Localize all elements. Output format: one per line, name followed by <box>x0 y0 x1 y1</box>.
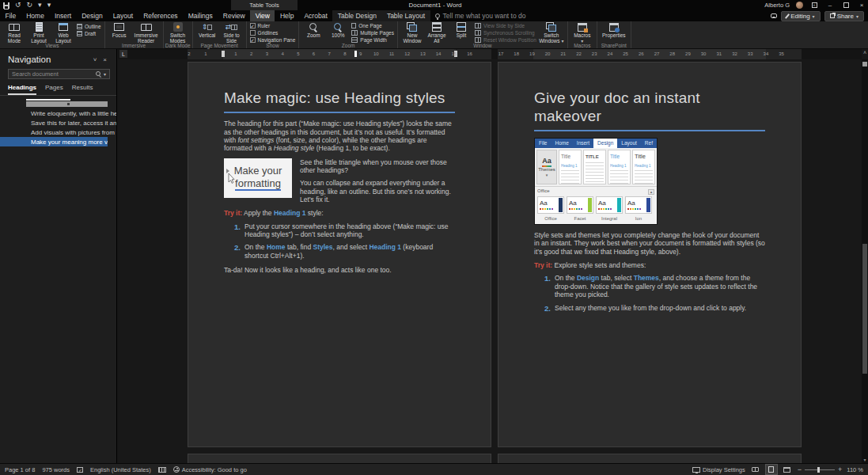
print-layout-view-button[interactable] <box>766 465 777 474</box>
split-button[interactable]: Split <box>450 22 472 38</box>
comments-icon[interactable] <box>771 13 777 18</box>
immersive-reader-button[interactable]: Immersive Reader <box>133 22 160 44</box>
outline-button[interactable]: Outline <box>77 24 101 29</box>
tab-references[interactable]: References <box>138 10 183 21</box>
heading-item[interactable]: Write eloquently, with a little help <box>0 108 116 118</box>
horizontal-ruler[interactable]: L 2112345678910111213141516 171819202122… <box>118 49 862 59</box>
page-width-button[interactable]: Page Width <box>351 37 394 43</box>
zoom-slider-thumb[interactable] <box>817 467 820 473</box>
tab-home[interactable]: Home <box>21 10 50 21</box>
maximize-icon[interactable] <box>841 1 851 10</box>
search-input[interactable] <box>12 70 93 78</box>
language-indicator[interactable]: English (United States) <box>90 466 151 473</box>
web-layout-view-button[interactable] <box>782 465 793 474</box>
side-to-side-button[interactable]: ⇄ Side to Side <box>221 22 243 44</box>
zoom-out-icon[interactable]: − <box>798 466 802 473</box>
document-page-2[interactable]: Give your doc an instant makeover File H… <box>498 62 802 447</box>
print-layout-view-icon <box>768 466 774 473</box>
properties-button[interactable]: Properties <box>601 22 627 38</box>
tab-file[interactable]: File <box>0 10 21 21</box>
tab-acrobat[interactable]: Acrobat <box>299 10 332 21</box>
gridlines-checkbox[interactable]: Gridlines <box>250 30 296 36</box>
navigation-pane-options-icon[interactable]: ˅ <box>90 56 100 63</box>
synchronous-scrolling-button[interactable]: Synchronous Scrolling <box>475 30 536 36</box>
save-icon[interactable] <box>3 2 9 9</box>
tab-insert[interactable]: Insert <box>49 10 76 21</box>
tab-mailings[interactable]: Mailings <box>183 10 218 21</box>
document-page-4[interactable] <box>498 454 802 463</box>
tab-help[interactable]: Help <box>275 10 298 21</box>
zoom-in-icon[interactable]: + <box>838 466 842 473</box>
vertical-scrollbar[interactable]: ▾ <box>862 59 868 463</box>
tell-me-box[interactable]: Tell me what you want to do <box>435 10 526 21</box>
macros-button[interactable]: Macros▾ <box>571 22 593 44</box>
heading-item[interactable]: Save this for later, access it anywhere <box>0 118 116 127</box>
touch-mode-icon[interactable]: ▾ <box>38 2 42 9</box>
draft-button[interactable]: Draft <box>77 31 101 36</box>
display-settings-button[interactable]: Display Settings <box>692 466 745 473</box>
tab-stop-selector[interactable]: L <box>119 50 127 58</box>
zoom-100-button[interactable]: 100% <box>327 22 349 38</box>
zoom-button[interactable]: Zoom <box>302 22 324 38</box>
ribbon-display-options-icon[interactable]: ˄ <box>809 1 819 10</box>
customize-qat-icon[interactable]: ▾ <box>47 2 51 9</box>
search-document-box[interactable]: ▾ <box>8 69 110 79</box>
navigation-pane-close-icon[interactable]: × <box>100 56 110 63</box>
print-layout-button[interactable]: Print Layout <box>28 22 50 44</box>
heading-item-collapsed[interactable] <box>26 101 108 107</box>
user-name[interactable]: Alberto G <box>764 2 790 9</box>
search-icon[interactable] <box>96 71 101 77</box>
arrange-all-button[interactable]: Arrange All <box>426 22 448 44</box>
accessibility-status[interactable]: Accessibility: Good to go <box>173 466 247 473</box>
minimize-icon[interactable]: – <box>825 1 835 10</box>
nav-tab-pages[interactable]: Pages <box>45 84 63 95</box>
tab-design[interactable]: Design <box>77 10 108 21</box>
undo-icon[interactable]: ↺ <box>15 2 21 9</box>
page-indicator[interactable]: Page 1 of 8 <box>5 466 35 473</box>
multiple-pages-button[interactable]: Multiple Pages <box>351 30 394 36</box>
switch-windows-button[interactable]: Switch Windows ▾ <box>539 22 564 44</box>
search-dropdown-icon[interactable]: ▾ <box>104 71 106 77</box>
keyboard-language-icon[interactable] <box>158 467 166 473</box>
ruler-checkbox[interactable]: ✓Ruler <box>250 23 296 28</box>
redo-icon[interactable]: ↻ <box>27 2 33 9</box>
read-mode-button[interactable]: Read Mode <box>3 22 25 44</box>
view-side-by-side-button[interactable]: View Side by Side <box>475 23 536 28</box>
focus-button[interactable]: Focus <box>108 22 131 38</box>
nav-tab-headings[interactable]: Headings <box>8 84 36 95</box>
avatar[interactable] <box>796 2 803 9</box>
zoom-slider[interactable] <box>805 469 835 470</box>
nav-tab-results[interactable]: Results <box>72 84 93 95</box>
outline-icon <box>77 24 82 29</box>
word-count[interactable]: 975 words <box>42 466 70 473</box>
web-layout-button[interactable]: Web Layout <box>52 22 74 44</box>
zoom-percentage[interactable]: 110 % <box>847 466 863 473</box>
reset-window-position-button[interactable]: Reset Window Position <box>475 37 536 43</box>
heading-item[interactable]: Add visuals with pictures from the web <box>0 127 116 137</box>
vertical-button[interactable]: ⇕ Vertical <box>196 22 218 38</box>
editing-mode-button[interactable]: Editing ▾ <box>781 11 820 21</box>
proofing-status-icon[interactable] <box>77 467 83 473</box>
tab-table-design[interactable]: Table Design <box>332 10 381 21</box>
document-page-1[interactable]: Make magic: use Heading styles The headi… <box>188 62 491 447</box>
tab-table-layout[interactable]: Table Layout <box>381 10 430 21</box>
tab-layout[interactable]: Layout <box>108 10 138 21</box>
collapse-ribbon-icon[interactable]: ˄ <box>863 50 866 55</box>
one-page-button[interactable]: One Page <box>351 23 394 28</box>
scroll-up-icon[interactable] <box>862 62 867 66</box>
read-mode-view-button[interactable] <box>750 465 761 474</box>
share-button[interactable]: Share ▾ <box>824 11 864 21</box>
scroll-down-icon[interactable]: ▾ <box>862 457 868 462</box>
left-indent-marker[interactable] <box>222 51 225 57</box>
scrollbar-thumb[interactable] <box>862 244 867 374</box>
switch-modes-button[interactable]: Switch Modes <box>167 22 189 44</box>
document-page-3[interactable] <box>188 454 491 463</box>
tab-review[interactable]: Review <box>218 10 250 21</box>
accessibility-icon <box>173 466 180 473</box>
heading-item-selected[interactable]: Make your meaning more visual by formatt… <box>0 137 108 146</box>
new-window-button[interactable]: New Window <box>401 22 423 44</box>
macros-icon <box>578 23 587 32</box>
tab-view[interactable]: View <box>250 10 275 21</box>
navigation-pane-checkbox[interactable]: ✓Navigation Pane <box>250 37 296 43</box>
close-icon[interactable]: × <box>857 1 866 10</box>
